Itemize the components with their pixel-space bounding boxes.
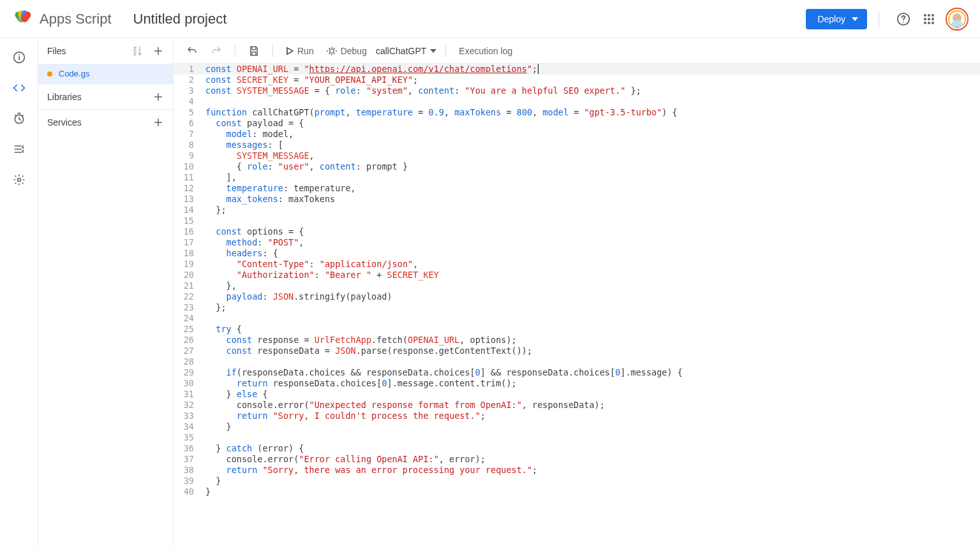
run-button[interactable]: Run (282, 43, 318, 59)
code-line[interactable]: 37 console.error("Error calling OpenAI A… (174, 454, 980, 465)
code-line[interactable]: 8 messages: [ (174, 140, 980, 150)
function-select[interactable]: callChatGPT (376, 46, 436, 56)
code-line[interactable]: 28 (174, 356, 980, 367)
line-number: 6 (174, 118, 202, 129)
code-line[interactable]: 14 }; (174, 205, 980, 215)
line-number: 9 (174, 150, 202, 161)
rail-triggers-icon[interactable] (11, 111, 27, 126)
account-avatar[interactable] (947, 9, 967, 29)
caret-down-icon (852, 17, 858, 21)
line-number: 31 (174, 389, 202, 400)
rail-info-icon[interactable] (11, 50, 27, 65)
code-line[interactable]: 38 return "Sorry, there was an error pro… (174, 465, 980, 476)
code-line[interactable]: 19 "Content-Type": "application/json", (174, 259, 980, 270)
code-line[interactable]: 20 "Authorization": "Bearer " + SECRET_K… (174, 270, 980, 281)
file-name: Code.gs (59, 69, 89, 78)
code-content: }, (202, 281, 237, 291)
file-item-code-gs[interactable]: Code.gs (38, 64, 173, 84)
svg-point-4 (932, 14, 934, 17)
code-line[interactable]: 21 }, (174, 281, 980, 291)
line-number: 10 (174, 161, 202, 172)
line-number: 38 (174, 465, 202, 476)
code-line[interactable]: 5function callChatGPT(prompt, temperatur… (174, 107, 980, 118)
svg-point-9 (928, 22, 930, 24)
svg-point-15 (17, 179, 20, 182)
services-label: Services (47, 117, 82, 128)
line-number: 13 (174, 194, 202, 205)
code-line[interactable]: 34 } (174, 421, 980, 432)
code-line[interactable]: 36 } catch (error) { (174, 443, 980, 454)
code-line[interactable]: 26 const response = UrlFetchApp.fetch(OP… (174, 335, 980, 346)
code-line[interactable]: 6 const payload = { (174, 118, 980, 129)
code-line[interactable]: 30 return responseData.choices[0].messag… (174, 378, 980, 389)
code-content: }; (202, 302, 226, 313)
add-file-icon[interactable] (152, 45, 164, 57)
code-line[interactable]: 32 console.error("Unexpected response fo… (174, 400, 980, 411)
files-header: Files (38, 38, 173, 64)
unsaved-dot-icon (47, 71, 52, 77)
apps-grid-icon[interactable] (921, 11, 937, 27)
code-content: const SECRET_KEY = "YOUR_OPENAI_API_KEY"… (202, 75, 418, 85)
line-number: 17 (174, 237, 202, 248)
code-line[interactable]: 10 { role: "user", content: prompt } (174, 161, 980, 172)
project-title[interactable]: Untitled project (133, 11, 227, 27)
rail-editor-icon[interactable] (11, 80, 27, 96)
undo-button[interactable] (182, 43, 202, 59)
save-button[interactable] (244, 43, 264, 59)
code-line[interactable]: 27 const responseData = JSON.parse(respo… (174, 346, 980, 356)
deploy-button[interactable]: Deploy (806, 9, 867, 29)
code-line[interactable]: 33 return "Sorry, I couldn't process the… (174, 411, 980, 421)
code-content: temperature: temperature, (202, 183, 356, 194)
code-line[interactable]: 31 } else { (174, 389, 980, 400)
svg-point-2 (924, 14, 926, 17)
code-line[interactable]: 4 (174, 96, 980, 107)
rail-executions-icon[interactable] (11, 142, 27, 157)
code-line[interactable]: 23 }; (174, 302, 980, 313)
code-editor[interactable]: 1const OPENAI_URL = "https://api.openai.… (174, 64, 980, 547)
code-line[interactable]: 24 (174, 313, 980, 324)
apps-script-logo-icon (14, 10, 32, 28)
code-content: } else { (202, 389, 268, 400)
line-number: 36 (174, 443, 202, 454)
line-number: 29 (174, 367, 202, 378)
code-content (202, 356, 205, 367)
code-line[interactable]: 29 if(responseData.choices && responseDa… (174, 367, 980, 378)
sort-az-icon[interactable] (132, 45, 144, 57)
code-line[interactable]: 18 headers: { (174, 248, 980, 259)
code-content: const response = UrlFetchApp.fetch(OPENA… (202, 335, 517, 346)
code-line[interactable]: 13 max_tokens: maxTokens (174, 194, 980, 205)
line-number: 37 (174, 454, 202, 465)
code-content: const options = { (202, 226, 304, 237)
left-rail (0, 38, 38, 547)
line-number: 26 (174, 335, 202, 346)
code-line[interactable]: 39 } (174, 476, 980, 486)
code-line[interactable]: 9 SYSTEM_MESSAGE, (174, 150, 980, 161)
line-number: 30 (174, 378, 202, 389)
line-number: 21 (174, 281, 202, 291)
rail-settings-icon[interactable] (11, 172, 27, 187)
code-content: const OPENAI_URL = "https://api.openai.c… (202, 64, 538, 75)
code-line[interactable]: 1const OPENAI_URL = "https://api.openai.… (174, 64, 980, 75)
code-line[interactable]: 2const SECRET_KEY = "YOUR_OPENAI_API_KEY… (174, 75, 980, 85)
execution-log-button[interactable]: Execution log (455, 43, 516, 59)
redo-button[interactable] (207, 43, 226, 59)
code-content: ], (202, 172, 237, 183)
add-service-icon[interactable] (152, 117, 164, 128)
code-line[interactable]: 3const SYSTEM_MESSAGE = { role: "system"… (174, 85, 980, 96)
code-line[interactable]: 35 (174, 432, 980, 443)
code-line[interactable]: 12 temperature: temperature, (174, 183, 980, 194)
svg-point-7 (932, 18, 934, 20)
code-line[interactable]: 22 payload: JSON.stringify(payload) (174, 291, 980, 302)
debug-button[interactable]: Debug (323, 43, 371, 59)
code-line[interactable]: 7 model: model, (174, 129, 980, 140)
help-icon[interactable] (896, 11, 911, 27)
code-line[interactable]: 17 method: "POST", (174, 237, 980, 248)
editor-toolbar: Run Debug callChatGPT Execution log (174, 38, 980, 64)
add-library-icon[interactable] (152, 91, 164, 103)
code-line[interactable]: 16 const options = { (174, 226, 980, 237)
code-line[interactable]: 15 (174, 215, 980, 226)
svg-point-8 (924, 22, 926, 24)
code-line[interactable]: 11 ], (174, 172, 980, 183)
code-line[interactable]: 40} (174, 486, 980, 497)
code-line[interactable]: 25 try { (174, 324, 980, 335)
